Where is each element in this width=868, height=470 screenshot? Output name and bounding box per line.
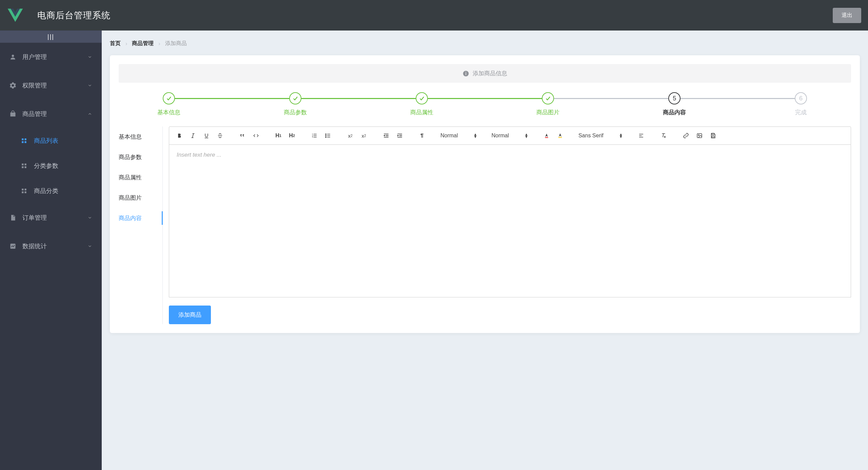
- sidebar-sub-goods-list[interactable]: 商品列表: [0, 128, 102, 153]
- sidebar-sub-category-params[interactable]: 分类参数: [0, 153, 102, 178]
- step-number: 6: [795, 92, 807, 104]
- bullet-list-button[interactable]: [321, 130, 335, 141]
- editor-textarea[interactable]: Insert text here ...: [169, 145, 851, 297]
- link-button[interactable]: [679, 130, 693, 141]
- superscript-button[interactable]: x2: [357, 130, 371, 141]
- sidebar-item-orders[interactable]: 订单管理: [0, 203, 102, 232]
- background-color-button[interactable]: [553, 130, 567, 141]
- font-select-value: Sans Serif: [578, 133, 604, 139]
- svg-rect-8: [25, 163, 26, 165]
- clear-format-button[interactable]: [657, 130, 670, 141]
- blockquote-button[interactable]: [236, 130, 249, 141]
- sidebar-sub-label: 商品列表: [34, 137, 58, 145]
- size-select[interactable]: Normal ▲▼: [438, 133, 480, 139]
- underline-button[interactable]: [200, 130, 213, 141]
- check-icon: [416, 92, 428, 104]
- save-icon-button[interactable]: [706, 130, 720, 141]
- sidebar-menu: 用户管理 权限管理 商品管理: [0, 43, 102, 260]
- breadcrumb-item-add: 添加商品: [165, 40, 187, 47]
- add-product-button[interactable]: 添加商品: [169, 306, 211, 324]
- code-block-button[interactable]: [249, 130, 263, 141]
- subscript-button[interactable]: x2: [343, 130, 357, 141]
- tab-basic-info[interactable]: 基本信息: [119, 126, 162, 147]
- tabs-nav: 基本信息 商品参数 商品属性 商品图片 商品内容: [119, 126, 163, 324]
- breadcrumb-sep-icon: ›: [158, 41, 160, 47]
- svg-point-35: [326, 137, 326, 137]
- svg-point-18: [466, 72, 466, 72]
- header-select[interactable]: Normal ▲▼: [489, 133, 531, 139]
- align-button[interactable]: [634, 130, 648, 141]
- header-left: 电商后台管理系统: [0, 0, 111, 31]
- tabs-container: 基本信息 商品参数 商品属性 商品图片 商品内容: [119, 126, 851, 324]
- sidebar-sub-label: 分类参数: [34, 162, 58, 170]
- sidebar-item-label: 数据统计: [22, 242, 47, 250]
- main-content: 首页 › 商品管理 › 添加商品 添加商品信息: [102, 31, 868, 470]
- breadcrumb-item-home[interactable]: 首页: [110, 40, 121, 47]
- chevron-down-icon: [87, 83, 92, 88]
- svg-text:3: 3: [312, 136, 313, 138]
- sidebar-item-label: 商品管理: [22, 110, 47, 118]
- svg-rect-3: [22, 138, 23, 140]
- logout-button[interactable]: 退出: [833, 8, 861, 23]
- font-select[interactable]: Sans Serif ▲▼: [576, 133, 626, 139]
- updown-icon: ▲▼: [525, 133, 528, 138]
- step-title: 基本信息: [157, 109, 180, 116]
- step-title: 商品属性: [410, 109, 433, 116]
- header1-button[interactable]: H1: [272, 130, 285, 141]
- size-select-value: Normal: [440, 133, 458, 139]
- tab-params[interactable]: 商品参数: [119, 147, 162, 167]
- sidebar-item-stats[interactable]: 数据统计: [0, 232, 102, 260]
- sidebar-item-users[interactable]: 用户管理: [0, 43, 102, 71]
- grid-icon: [21, 138, 29, 144]
- header2-button[interactable]: H2: [285, 130, 299, 141]
- step-basic-info: 基本信息: [163, 92, 289, 116]
- sidebar-item-permissions[interactable]: 权限管理: [0, 71, 102, 100]
- step-content: 5 商品内容: [668, 92, 795, 116]
- sidebar-sub-label: 商品分类: [34, 187, 58, 195]
- gear-icon: [9, 82, 18, 89]
- updown-icon: ▲▼: [474, 133, 477, 138]
- svg-rect-12: [25, 189, 26, 190]
- updown-icon: ▲▼: [619, 133, 623, 138]
- check-icon: [289, 92, 301, 104]
- svg-rect-53: [712, 133, 714, 135]
- breadcrumb: 首页 › 商品管理 › 添加商品: [110, 40, 860, 47]
- indent-button[interactable]: [393, 130, 407, 141]
- sidebar-toggle[interactable]: |||: [0, 31, 102, 43]
- check-icon: [542, 92, 554, 104]
- tab-attrs[interactable]: 商品属性: [119, 167, 162, 188]
- svg-point-33: [326, 134, 326, 134]
- svg-rect-13: [22, 192, 23, 193]
- steps: 基本信息 商品参数: [163, 92, 807, 116]
- sidebar-item-label: 用户管理: [22, 53, 47, 61]
- sidebar-submenu-goods: 商品列表 分类参数 商品分类: [0, 128, 102, 203]
- svg-point-52: [698, 135, 699, 136]
- sidebar: ||| 用户管理 权限管理: [0, 31, 102, 470]
- direction-button[interactable]: [415, 130, 429, 141]
- step-done: 6 完成: [795, 92, 807, 116]
- sidebar-sub-goods-categories[interactable]: 商品分类: [0, 178, 102, 203]
- tab-content[interactable]: 商品内容: [119, 208, 162, 228]
- breadcrumb-sep-icon: ›: [125, 41, 127, 47]
- editor-toolbar: H1 H2 123 x2 x2: [169, 126, 851, 145]
- tab-images[interactable]: 商品图片: [119, 188, 162, 208]
- header-select-value: Normal: [491, 133, 509, 139]
- image-button[interactable]: [693, 130, 706, 141]
- ordered-list-button[interactable]: 123: [308, 130, 321, 141]
- logo: [0, 0, 31, 31]
- breadcrumb-item-goods[interactable]: 商品管理: [132, 40, 154, 47]
- svg-rect-11: [22, 189, 23, 190]
- svg-point-34: [326, 135, 326, 136]
- sidebar-item-goods[interactable]: 商品管理: [0, 100, 102, 128]
- svg-rect-10: [25, 167, 26, 168]
- text-color-button[interactable]: [540, 130, 553, 141]
- document-icon: [9, 214, 18, 221]
- strike-button[interactable]: [213, 130, 227, 141]
- step-title: 商品内容: [663, 109, 686, 116]
- italic-button[interactable]: [186, 130, 200, 141]
- outdent-button[interactable]: [379, 130, 393, 141]
- app-title: 电商后台管理系统: [37, 9, 111, 21]
- step-number: 5: [668, 92, 680, 104]
- content-card: 添加商品信息 基本信息: [110, 55, 860, 333]
- bold-button[interactable]: [173, 130, 186, 141]
